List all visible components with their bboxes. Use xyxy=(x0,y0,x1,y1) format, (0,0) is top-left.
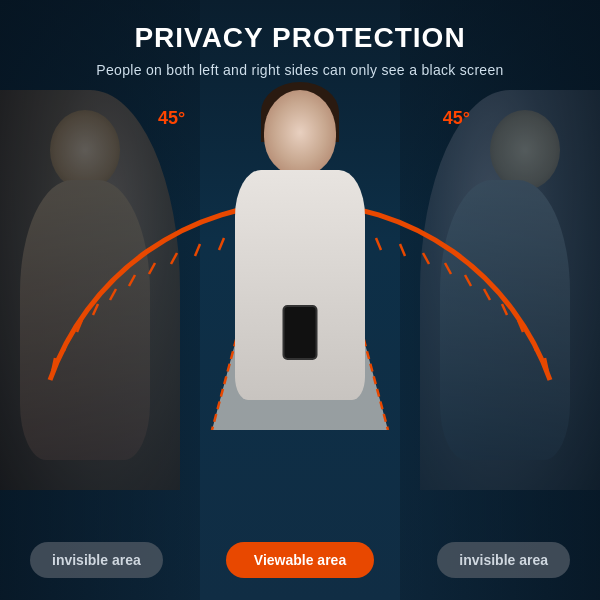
badge-invisible-left: invisible area xyxy=(30,542,163,578)
main-container: PRIVACY PROTECTION People on both left a… xyxy=(0,0,600,600)
main-title: PRIVACY PROTECTION xyxy=(0,22,600,54)
svg-line-9 xyxy=(195,244,200,256)
center-head xyxy=(264,90,336,175)
badge-viewable-center: Viewable area xyxy=(226,542,374,578)
svg-line-21 xyxy=(502,304,507,315)
badges-row: invisible area Viewable area invisible a… xyxy=(0,542,600,578)
center-person xyxy=(210,100,390,480)
title-section: PRIVACY PROTECTION People on both left a… xyxy=(0,0,600,78)
svg-line-7 xyxy=(149,263,155,274)
svg-line-18 xyxy=(445,263,451,274)
svg-line-16 xyxy=(400,244,405,256)
center-body xyxy=(235,170,365,400)
subtitle: People on both left and right sides can … xyxy=(0,62,600,78)
svg-line-20 xyxy=(484,289,490,300)
svg-line-19 xyxy=(465,275,471,286)
center-phone xyxy=(283,305,318,360)
svg-line-8 xyxy=(171,253,177,264)
svg-line-4 xyxy=(93,304,98,315)
svg-line-5 xyxy=(110,289,116,300)
angle-label-left: 45° xyxy=(158,108,185,129)
angle-label-right: 45° xyxy=(443,108,470,129)
badge-invisible-right: invisible area xyxy=(437,542,570,578)
svg-line-6 xyxy=(129,275,135,286)
svg-line-17 xyxy=(423,253,429,264)
